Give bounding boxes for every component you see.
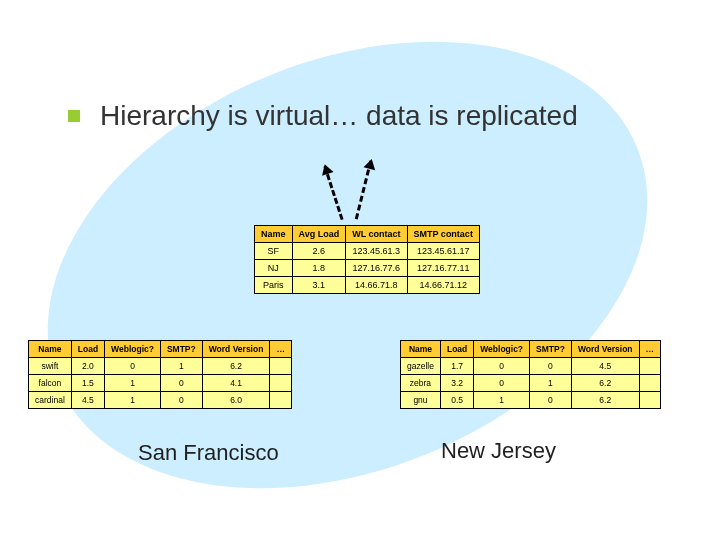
summary-table: Name Avg Load WL contact SMTP contact SF… — [254, 225, 480, 294]
col-wl-contact: WL contact — [346, 226, 407, 243]
table-header-row: Name Load Weblogic? SMTP? Word Version … — [29, 341, 292, 358]
nj-caption: New Jersey — [441, 438, 556, 464]
col-smtp-contact: SMTP contact — [407, 226, 479, 243]
col-avg-load: Avg Load — [292, 226, 346, 243]
table-row: zebra3.2016.2 — [401, 375, 661, 392]
nj-hosts-table: Name Load Weblogic? SMTP? Word Version …… — [400, 340, 661, 409]
table-row: SF2.6123.45.61.3123.45.61.17 — [255, 243, 480, 260]
table-row: swift2.0016.2 — [29, 358, 292, 375]
slide-title: Hierarchy is virtual… data is replicated — [100, 100, 578, 132]
table-row: gazelle1.7004.5 — [401, 358, 661, 375]
table-header-row: Name Load Weblogic? SMTP? Word Version … — [401, 341, 661, 358]
sf-hosts-table: Name Load Weblogic? SMTP? Word Version …… — [28, 340, 292, 409]
table-row: NJ1.8127.16.77.6127.16.77.11 — [255, 260, 480, 277]
table-row: falcon1.5104.1 — [29, 375, 292, 392]
table-row: cardinal4.5106.0 — [29, 392, 292, 409]
col-name: Name — [255, 226, 293, 243]
table-row: Paris3.114.66.71.814.66.71.12 — [255, 277, 480, 294]
table-header-row: Name Avg Load WL contact SMTP contact — [255, 226, 480, 243]
table-row: gnu0.5106.2 — [401, 392, 661, 409]
sf-caption: San Francisco — [138, 440, 279, 466]
title-bullet — [68, 110, 80, 122]
